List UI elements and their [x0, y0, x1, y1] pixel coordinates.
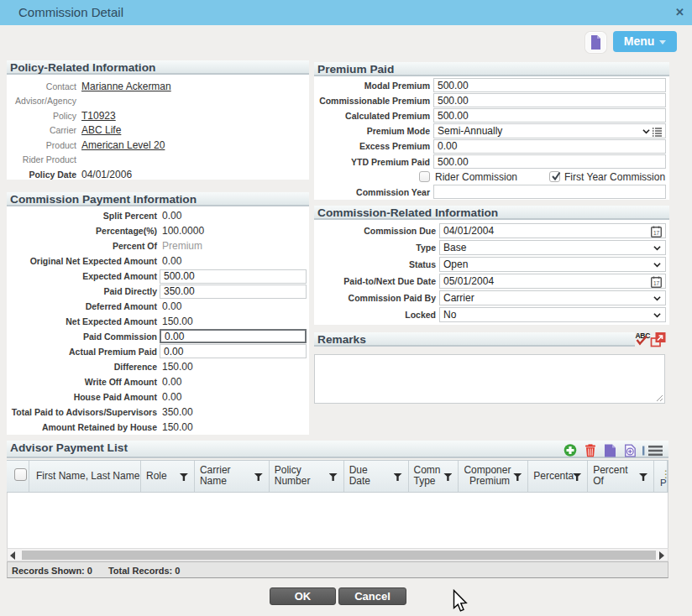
svg-text:17: 17 — [653, 230, 660, 236]
svg-text:17: 17 — [653, 280, 660, 286]
svg-text:ABC: ABC — [636, 331, 651, 340]
